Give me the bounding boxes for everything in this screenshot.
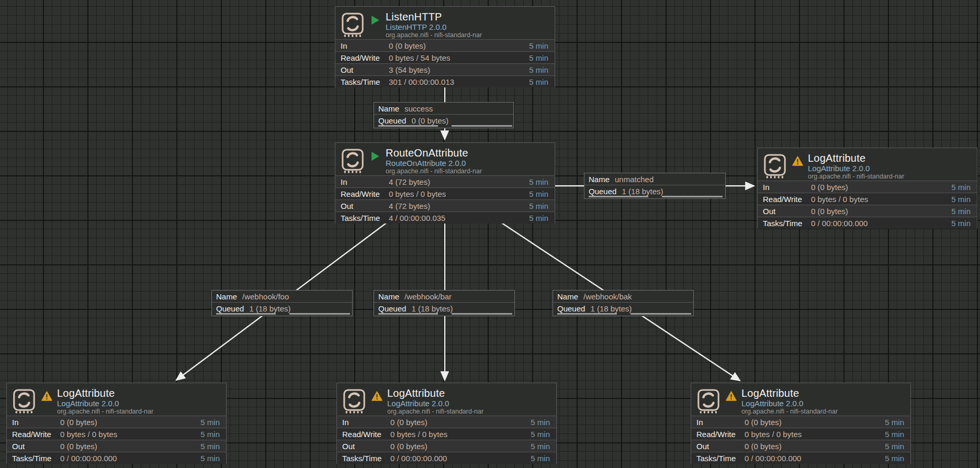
stat-value: 0 (0 bytes) — [60, 442, 193, 451]
processor-bundle: org.apache.nifi - nifi-standard-nar — [386, 168, 549, 175]
stat-window: 5 min — [523, 430, 550, 439]
connection-name-label: Name — [589, 175, 610, 184]
connection-name-value: /webhook/foo — [242, 292, 289, 301]
stat-value: 0 bytes / 0 bytes — [60, 430, 193, 439]
processor-log-attribute-bak[interactable]: LogAttribute LogAttribute 2.0.0 org.apac… — [691, 383, 911, 464]
stat-label: Tasks/Time — [763, 219, 811, 228]
queue-size-bar — [452, 125, 512, 127]
queue-count-bar — [589, 196, 648, 197]
connection-queued-label: Queued — [216, 304, 244, 313]
stat-row-read-write: Read/Write0 bytes / 0 bytes5 min — [758, 193, 977, 205]
connection-label-unmatched[interactable]: Nameunmatched Queued1 (18 bytes) — [584, 173, 726, 199]
processor-stamp-refresh-icon — [696, 388, 720, 416]
stat-window: 5 min — [521, 190, 548, 198]
connection-name-row: Nameunmatched — [584, 173, 725, 185]
stat-window: 5 min — [521, 53, 548, 62]
stat-window: 5 min — [193, 442, 220, 451]
processor-route-on-attribute[interactable]: RouteOnAttribute RouteOnAttribute 2.0.0 … — [335, 142, 555, 224]
connection-name-label: Name — [557, 292, 578, 301]
processor-header: ListenHTTP ListenHTTP 2.0.0 org.apache.n… — [335, 7, 555, 39]
stat-value: 0 (0 bytes) — [390, 442, 523, 451]
connection-name-row: Name/webhook/foo — [212, 291, 352, 303]
stat-label: Read/Write — [341, 53, 389, 62]
stat-label: In — [763, 183, 811, 192]
queue-size-bar — [662, 196, 723, 197]
processor-bundle: org.apache.nifi - nifi-standard-nar — [808, 173, 972, 181]
connection-label-success[interactable]: Namesuccess Queued0 (0 bytes) — [374, 102, 514, 128]
stat-row-in: In0 (0 bytes)5 min — [7, 416, 226, 428]
queue-count-bar — [378, 125, 438, 127]
warning-triangle-icon — [792, 156, 803, 168]
stat-row-in: In0 (0 bytes)5 min — [335, 39, 555, 51]
processor-log-attribute-foo[interactable]: LogAttribute LogAttribute 2.0.0 org.apac… — [6, 383, 227, 464]
stat-row-out: Out4 (72 bytes)5 min — [335, 199, 555, 211]
queue-count-bar — [557, 313, 617, 315]
stat-row-tasks-time: Tasks/Time0 / 00:00:00.0005 min — [758, 217, 977, 229]
processor-bundle: org.apache.nifi - nifi-standard-nar — [741, 408, 905, 416]
connection-queued-label: Queued — [589, 187, 616, 196]
connection-label-webhook-bar[interactable]: Name/webhook/bar Queued1 (18 bytes) — [374, 290, 515, 316]
processor-listen-http[interactable]: ListenHTTP ListenHTTP 2.0.0 org.apache.n… — [335, 6, 555, 87]
stat-window: 5 min — [943, 195, 971, 204]
processor-stamp-refresh-icon — [341, 148, 365, 176]
stat-value: 0 bytes / 0 bytes — [389, 190, 521, 198]
stat-value: 4 (72 bytes) — [389, 177, 521, 186]
processor-type-version: RouteOnAttribute 2.0.0 — [386, 159, 549, 168]
stat-row-read-write: Read/Write0 bytes / 0 bytes5 min — [337, 428, 556, 440]
stat-label: In — [341, 41, 389, 50]
stat-value: 0 (0 bytes) — [389, 41, 521, 50]
processor-bundle: org.apache.nifi - nifi-standard-nar — [386, 31, 549, 39]
stat-label: In — [341, 177, 389, 186]
stat-label: Out — [341, 202, 389, 210]
stat-value: 301 / 00:00:00.013 — [389, 77, 521, 86]
warning-triangle-icon — [41, 391, 52, 403]
stat-label: Read/Write — [341, 190, 389, 198]
processor-stamp-refresh-icon — [341, 12, 365, 40]
stat-window: 5 min — [521, 41, 548, 50]
connection-label-webhook-foo[interactable]: Name/webhook/foo Queued1 (18 bytes) — [211, 290, 353, 316]
run-status-play-icon — [370, 151, 381, 164]
connection-name-row: Name/webhook/bar — [374, 291, 514, 303]
processor-log-attribute-unmatched[interactable]: LogAttribute LogAttribute 2.0.0 org.apac… — [757, 148, 977, 229]
stat-window: 5 min — [943, 183, 971, 192]
stat-value: 0 bytes / 0 bytes — [811, 195, 943, 204]
connection-name-label: Name — [378, 104, 399, 113]
stat-label: Read/Write — [12, 430, 60, 439]
stat-value: 0 (0 bytes) — [811, 183, 943, 192]
processor-header: LogAttribute LogAttribute 2.0.0 org.apac… — [758, 148, 977, 181]
stat-row-read-write: Read/Write0 bytes / 54 bytes5 min — [335, 51, 555, 63]
queue-size-bar — [452, 313, 512, 315]
queue-size-bar — [630, 313, 691, 315]
stat-row-in: In4 (72 bytes)5 min — [335, 175, 555, 187]
processor-header: LogAttribute LogAttribute 2.0.0 org.apac… — [7, 383, 226, 416]
stat-window: 5 min — [521, 214, 548, 222]
stat-window: 5 min — [877, 454, 904, 463]
stat-label: Out — [342, 442, 390, 451]
processor-type-version: ListenHTTP 2.0.0 — [386, 23, 549, 31]
stat-value: 0 (0 bytes) — [390, 418, 523, 427]
connection-label-webhook-bak[interactable]: Name/webhook/bak Queued1 (18 bytes) — [553, 290, 694, 316]
processor-header: RouteOnAttribute RouteOnAttribute 2.0.0 … — [335, 143, 555, 175]
connection-queued-value: 1 (18 bytes) — [622, 187, 663, 196]
connection-queued-value: 0 (0 bytes) — [411, 116, 448, 125]
connection-name-row: Name/webhook/bak — [553, 291, 693, 303]
stat-label: Tasks/Time — [342, 454, 390, 463]
stat-window: 5 min — [877, 430, 904, 439]
stat-window: 5 min — [521, 77, 548, 86]
processor-title: ListenHTTP — [386, 11, 549, 23]
run-status-play-icon — [370, 15, 381, 28]
processor-bundle: org.apache.nifi - nifi-standard-nar — [57, 408, 221, 416]
stat-window: 5 min — [521, 202, 548, 210]
flow-canvas[interactable]: ListenHTTP ListenHTTP 2.0.0 org.apache.n… — [0, 0, 980, 468]
stat-window: 5 min — [521, 65, 548, 74]
processor-stamp-refresh-icon — [12, 388, 36, 416]
connection-queued-value: 1 (18 bytes) — [249, 304, 290, 313]
processor-log-attribute-bar[interactable]: LogAttribute LogAttribute 2.0.0 org.apac… — [336, 383, 557, 464]
stat-row-tasks-time: Tasks/Time301 / 00:00:00.0135 min — [335, 75, 555, 87]
processor-header: LogAttribute LogAttribute 2.0.0 org.apac… — [337, 383, 556, 416]
stat-value: 3 (54 bytes) — [389, 65, 521, 74]
stat-label: Tasks/Time — [341, 77, 389, 86]
stat-value: 4 / 00:00:00.035 — [389, 214, 521, 222]
stat-label: Read/Write — [342, 430, 390, 439]
connection-queued-label: Queued — [378, 116, 406, 125]
